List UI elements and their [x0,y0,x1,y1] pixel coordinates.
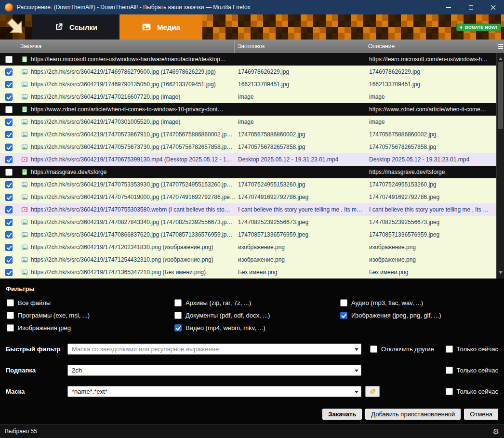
filter-checkbox-item[interactable]: Аудио (mp3, flac, wav, ...) [340,299,499,306]
row-checkbox[interactable] [5,131,13,138]
quick-only-now-checkbox[interactable] [446,345,453,353]
donate-label: DONATE NOW! [465,25,497,30]
minimize-icon [446,7,451,8]
row-checkbox[interactable] [5,244,13,251]
hamburger-icon [498,46,503,47]
filter-checkbox-item[interactable]: Документы (pdf, odf, docx, ...) [174,312,340,319]
filter-checkbox[interactable] [7,312,14,319]
quick-filter-combobox[interactable]: Маска со звездочками или регулярное выра… [67,344,361,355]
row-checkbox[interactable] [5,68,13,76]
download-row[interactable]: https://2ch.hk/s/src/3604219/17470827843… [0,216,496,228]
mask-combobox[interactable]: *name*.*ext* [67,386,361,397]
download-title: 174707524955153260.jpg [238,181,365,188]
row-checkbox[interactable] [5,256,13,264]
download-row[interactable]: https://2ch.hk/s/src/3604219/17471254432… [0,253,496,266]
minimize-button[interactable] [438,0,460,14]
subfolder-combobox[interactable]: 2ch [67,365,361,376]
download-row[interactable]: https://2ch.hk/s/src/3604219/17470575673… [0,141,496,153]
download-url: https://2ch.hk/s/src/3604219/17471365347… [31,269,235,276]
download-row[interactable]: https://2ch.hk/s/src/3604219/17470753353… [0,178,496,191]
mask-dropdown-icon[interactable] [352,386,361,397]
add-paused-button[interactable]: Добавить приостановленной [365,409,461,420]
download-row[interactable]: https://2ch.hk/s/src/3604219/17470755303… [0,203,496,216]
download-row[interactable]: https://massgrave.dev/tsforge https://ma… [0,166,496,178]
download-row[interactable]: https://2ch.hk/s/src/3604219/17471365347… [0,266,496,279]
download-row[interactable]: https://2ch.hk/s/src/3604219/17470866837… [0,228,496,241]
download-row[interactable]: https://2ch.hk/s/src/3604219/17470573867… [0,128,496,141]
row-checkbox[interactable] [5,106,13,113]
filter-checkbox[interactable] [7,324,14,332]
download-row[interactable]: https://2ch.hk/s/src/3604219/17470675399… [0,153,496,166]
row-checkbox[interactable] [5,156,13,163]
row-checkbox[interactable] [5,56,13,63]
close-button[interactable] [482,0,504,14]
filter-checkbox[interactable] [7,299,14,306]
download-row[interactable]: https://2ch.hk/s/src/3604219/17470754019… [0,191,496,203]
download-arrow-icon [459,26,463,29]
column-picker-button[interactable] [496,40,504,53]
download-description: https://learn.microsoft.com/en-us/window… [369,56,496,63]
download-button[interactable]: Закачать [322,409,362,420]
filter-checkbox-item[interactable]: Архивы (zip, rar, 7z, ...) [174,299,340,306]
row-checkbox[interactable] [5,231,13,239]
image-file-icon [21,219,28,226]
row-checkbox[interactable] [5,206,13,213]
row-checkbox[interactable] [5,219,13,226]
mask-tags-button[interactable] [365,386,380,397]
download-row[interactable]: https://2ch.hk/s/src/3604219/17470216607… [0,91,496,103]
filter-checkbox[interactable] [340,312,347,319]
image-file-icon [21,131,28,138]
cancel-button[interactable]: Отмена [464,409,498,420]
filter-checkbox[interactable] [340,299,347,306]
row-checkbox[interactable] [5,81,13,88]
maximize-button[interactable] [460,0,482,14]
mask-only-now-label: Только сейчас [457,388,498,395]
filter-checkbox[interactable] [174,324,182,332]
filter-grid: Все файлы Архивы (zip, rar, 7z, ...) Ауд… [6,299,499,332]
row-checkbox[interactable] [5,181,13,188]
row-checkbox[interactable] [5,194,13,201]
column-header-checkbox[interactable] [0,40,17,53]
subfolder-dropdown-icon[interactable] [352,365,361,375]
filter-checkbox-item[interactable]: Программы (exe, msi, ...) [7,312,174,319]
filter-checkbox[interactable] [174,299,182,306]
quick-filter-dropdown-icon[interactable] [352,344,361,354]
filter-checkbox[interactable] [174,312,182,319]
download-row[interactable]: https://learn.microsoft.com/en-us/window… [0,53,496,66]
quick-only-now-item[interactable]: Только сейчас [446,345,498,353]
mask-only-now-checkbox[interactable] [446,388,453,395]
table-scrollbar[interactable] [496,53,504,279]
filter-checkbox-item[interactable]: Видео (mp4, webm, mkv, ...) [174,324,340,332]
filter-checkbox-item[interactable]: Изображения jpeg [7,324,174,332]
subfolder-only-now-checkbox[interactable] [446,367,453,374]
download-row[interactable]: https://2ch.hk/s/src/3604219/17469786279… [0,66,496,78]
disable-others-checkbox[interactable] [370,345,377,353]
filter-label: Аудио (mp3, flac, wav, ...) [351,299,423,306]
mask-only-now-item[interactable]: Только сейчас [446,388,498,395]
download-row[interactable]: https://2ch.hk/s/src/3604219/17469790135… [0,78,496,91]
tab-media[interactable]: Медиа [119,14,202,40]
subfolder-only-now-item[interactable]: Только сейчас [446,367,498,374]
column-header-title[interactable]: Заголовок [235,40,365,53]
download-description: I cant believe this story youre telling … [369,206,496,213]
row-checkbox[interactable] [5,144,13,151]
settings-gear-icon[interactable]: ⚙ [493,428,499,435]
column-header-download[interactable]: Закачка [17,40,235,53]
download-row[interactable]: https://2ch.hk/s/src/3604219/17471202341… [0,241,496,253]
filter-checkbox-item[interactable]: Изображения (jpeg, png, gif, ...) [340,312,499,319]
row-checkbox[interactable] [5,169,13,176]
filter-checkbox-item[interactable]: Все файлы [7,299,174,306]
scroll-down-icon[interactable] [499,271,503,276]
quick-filter-label: Быстрый фильтр [6,345,67,353]
column-header-description[interactable]: Описание [365,40,496,53]
scroll-up-icon[interactable] [499,55,503,60]
tab-links[interactable]: Ссылки [32,14,119,40]
row-checkbox[interactable] [5,269,13,276]
download-row[interactable]: https://www.zdnet.com/article/when-it-co… [0,103,496,116]
download-row[interactable]: https://2ch.hk/s/src/3604219/17470301005… [0,116,496,128]
row-checkbox[interactable] [5,119,13,126]
donate-button[interactable]: DONATE NOW! [456,24,501,31]
row-checkbox[interactable] [5,93,13,101]
scrollbar-thumb[interactable] [498,62,503,129]
disable-others-item[interactable]: Отключить другие [370,345,434,353]
